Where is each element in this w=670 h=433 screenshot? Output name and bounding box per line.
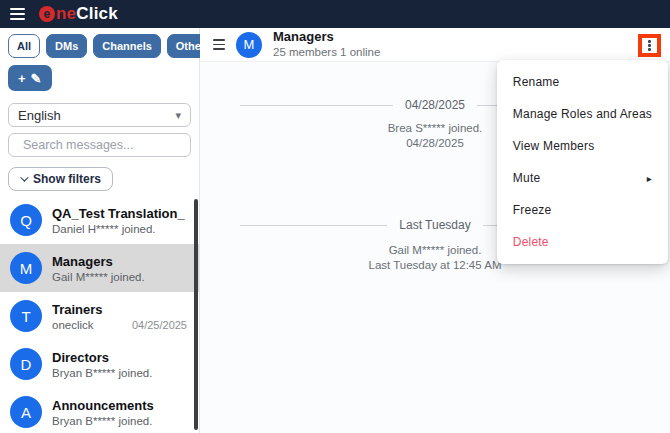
chat-member-count: 25 members 1 online <box>273 45 380 59</box>
conversation-subtitle: Bryan B***** joined. <box>52 415 152 427</box>
avatar: A <box>10 396 42 428</box>
conversation-subtitle: Gail M***** joined. <box>52 271 145 283</box>
chat-title: Managers <box>273 30 380 45</box>
date-divider-label: 04/28/2025 <box>405 98 465 112</box>
menu-hamburger-icon[interactable] <box>10 8 25 20</box>
menu-item-view-members[interactable]: View Members <box>497 130 668 162</box>
menu-item-freeze[interactable]: Freeze <box>497 194 668 226</box>
filter-button-row: All DMs Channels Others <box>0 28 199 58</box>
conversation-name: QA_Test Translation_ Direct... <box>52 206 187 221</box>
top-navbar: e ne Click <box>0 0 670 28</box>
chevron-down-icon <box>20 173 28 181</box>
conversation-list: Q QA_Test Translation_ Direct... Daniel … <box>0 196 199 433</box>
avatar: T <box>10 300 42 332</box>
chat-hamburger-icon[interactable] <box>213 39 225 49</box>
menu-item-rename[interactable]: Rename <box>497 66 668 98</box>
sidebar: All DMs Channels Others + ✎ English ▾ Sh… <box>0 28 200 433</box>
logo-white-text: Click <box>76 4 118 24</box>
avatar: D <box>10 348 42 380</box>
conversation-name: Trainers <box>52 302 187 317</box>
sidebar-scrollbar[interactable] <box>194 199 198 430</box>
filter-dms-button[interactable]: DMs <box>46 34 87 58</box>
oneclick-logo: e ne Click <box>39 4 118 24</box>
avatar: M <box>10 252 42 284</box>
filter-all-button[interactable]: All <box>8 34 40 58</box>
menu-item-delete[interactable]: Delete <box>497 226 668 258</box>
caret-down-icon: ▾ <box>175 109 181 122</box>
conversation-row-trainers[interactable]: T Trainers oneclick 04/25/2025 <box>0 292 199 340</box>
plus-icon: + <box>18 71 26 86</box>
logo-e-circle-icon: e <box>39 6 55 22</box>
conversation-row-directors[interactable]: D Directors Bryan B***** joined. <box>0 340 199 388</box>
logo-red-text: ne <box>56 4 76 24</box>
chat-panel: M Managers 25 members 1 online 04/28/202… <box>200 28 670 433</box>
conversation-date: 04/25/2025 <box>126 319 187 331</box>
submenu-arrow-icon: ▸ <box>613 173 652 184</box>
filter-channels-button[interactable]: Channels <box>93 34 161 58</box>
conversation-subtitle: Daniel H***** joined. <box>52 223 156 235</box>
search-box <box>8 133 191 157</box>
search-input[interactable] <box>23 138 184 152</box>
show-filters-button[interactable]: Show filters <box>8 167 113 191</box>
conversation-name: Managers <box>52 254 187 269</box>
language-select[interactable]: English ▾ <box>8 103 191 127</box>
conversation-row-managers[interactable]: M Managers Gail M***** joined. <box>0 244 199 292</box>
channel-context-menu: Rename Manage Roles and Areas View Membe… <box>497 60 668 264</box>
conversation-subtitle: Bryan B***** joined. <box>52 367 152 379</box>
conversation-name: Directors <box>52 350 187 365</box>
date-divider-label: Last Tuesday <box>399 218 470 232</box>
conversation-subtitle: oneclick <box>52 319 94 331</box>
kebab-menu-icon[interactable] <box>648 40 651 51</box>
menu-item-manage-roles[interactable]: Manage Roles and Areas <box>497 98 668 130</box>
conversation-row-announcements[interactable]: A Announcements Bryan B***** joined. <box>0 388 199 433</box>
menu-item-mute[interactable]: Mute ▸ <box>497 162 668 194</box>
conversation-name: Announcements <box>52 398 187 413</box>
conversation-row-qa-test[interactable]: Q QA_Test Translation_ Direct... Daniel … <box>0 196 199 244</box>
chat-avatar: M <box>236 32 262 58</box>
annotation-highlight-box <box>638 34 661 57</box>
show-filters-label: Show filters <box>33 172 101 186</box>
pencil-icon: ✎ <box>31 71 42 86</box>
language-value: English <box>18 108 61 123</box>
chat-header: M Managers 25 members 1 online <box>200 28 670 62</box>
menu-item-label: Mute <box>513 171 540 185</box>
new-message-button[interactable]: + ✎ <box>8 65 52 91</box>
avatar: Q <box>10 204 42 236</box>
